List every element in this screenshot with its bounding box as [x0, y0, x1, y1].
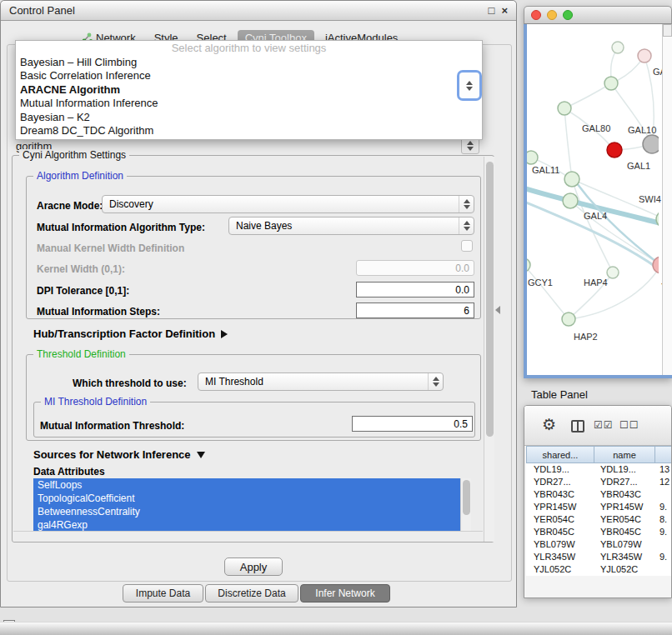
node-label[interactable]: GAL4 — [584, 211, 607, 221]
aracne-mode-select[interactable]: Discovery — [102, 195, 474, 213]
table-row[interactable]: YBR043C YBR043C — [526, 488, 672, 501]
which-threshold-select[interactable]: MI Threshold — [198, 372, 444, 391]
minimize-traffic-light-icon[interactable] — [547, 10, 557, 20]
node-label[interactable]: GAL80 — [582, 123, 610, 133]
stepper-icon — [459, 196, 474, 212]
tab-infer-network[interactable]: Infer Network — [300, 584, 390, 602]
deselect-all-checkboxes-icon[interactable]: ☐☐ — [619, 419, 639, 431]
manual-kernel-width-checkbox — [461, 240, 473, 252]
caret-down-icon — [197, 452, 205, 458]
window-title: Control Panel — [9, 4, 75, 17]
table-row[interactable]: YBL079W YBL079W — [526, 538, 672, 551]
node-label[interactable]: GAL11 — [532, 165, 559, 175]
table-row[interactable]: YER054C YER054C 8. — [526, 513, 672, 526]
node-label[interactable]: GAL1 — [627, 161, 650, 171]
dropdown-item[interactable]: Bayesian – K2 — [16, 111, 482, 125]
group-title: Cyni Algorithm Settings — [19, 149, 129, 161]
which-threshold-label: Which threshold to use: — [73, 378, 187, 389]
mi-steps-label: Mutual Information Steps: — [37, 306, 160, 318]
network-window-titlebar[interactable] — [524, 6, 672, 24]
cyni-algorithm-settings-group: Cyni Algorithm Settings Algorithm Defini… — [12, 155, 494, 542]
group-title: Threshold Definition — [33, 348, 129, 360]
column-header[interactable]: shared... — [526, 446, 594, 463]
network-vertical-scrollbar[interactable] — [662, 24, 672, 375]
list-item[interactable]: gal4RGexp — [33, 518, 460, 532]
settings-vertical-scrollbar[interactable] — [484, 157, 494, 542]
table-header-row: shared... name — [526, 446, 672, 463]
column-header[interactable] — [654, 446, 672, 463]
focused-combo-stepper[interactable] — [459, 72, 479, 98]
dropdown-item[interactable]: Dream8 DC_TDC Algorithm — [16, 124, 482, 138]
table-panel-title: Table Panel — [531, 388, 588, 401]
kernel-width-label: Kernel Width (0,1): — [37, 263, 125, 275]
close-window-icon[interactable]: × — [501, 4, 508, 17]
table-row[interactable]: YBR045C YBR045C 9. — [526, 526, 672, 538]
mi-steps-field[interactable] — [356, 302, 474, 318]
table-row[interactable]: YDL19... YDL19... 13 — [526, 463, 672, 476]
column-header[interactable]: name — [594, 446, 655, 463]
table-panel-window: ⚙ ☑☑ ☐☐ shared... name YDL19... YDL19...… — [524, 405, 672, 598]
manual-kernel-width-label: Manual Kernel Width Definition — [37, 242, 184, 254]
mi-threshold-label: Mutual Information Threshold: — [40, 420, 184, 432]
group-title: Algorithm Definition — [33, 170, 127, 182]
node-label[interactable]: GAL10 — [628, 125, 656, 135]
apply-button[interactable]: Apply — [224, 558, 283, 576]
data-attributes-list: SelfLoops TopologicalCoefficient Between… — [33, 478, 460, 533]
close-traffic-light-icon[interactable] — [531, 10, 541, 20]
table-row[interactable]: YPR145W YPR145W 9. — [526, 501, 672, 513]
group-title: MI Threshold Definition — [41, 396, 150, 408]
aracne-mode-label: Aracne Mode: — [37, 200, 103, 212]
node-label[interactable]: HAP2 — [574, 332, 598, 342]
caret-right-icon — [221, 330, 228, 338]
columns-icon[interactable] — [571, 420, 584, 432]
node-label[interactable]: HAP4 — [584, 278, 608, 288]
dropdown-item[interactable]: Basic Correlation Inference — [16, 69, 482, 83]
which-threshold-value: MI Threshold — [205, 376, 263, 388]
stepper-icon — [428, 373, 443, 390]
list-item[interactable]: SelfLoops — [33, 478, 460, 492]
sources-label: Sources for Network Inference — [33, 448, 191, 461]
gear-icon[interactable]: ⚙ — [542, 415, 556, 434]
network-canvas[interactable]: GAL8 GAL80 GAL10 GAL11 GAL1 SWI4 GAL4 GC… — [524, 24, 672, 378]
split-pane-collapse-icon[interactable] — [495, 306, 500, 314]
tab-discretize-data[interactable]: Discretize Data — [205, 584, 298, 602]
mi-algorithm-type-select[interactable]: Naive Bayes — [228, 217, 474, 235]
zoom-traffic-light-icon[interactable] — [563, 10, 573, 20]
sources-section[interactable]: Sources for Network Inference — [33, 448, 205, 461]
aracne-mode-value: Discovery — [109, 198, 153, 210]
stepper-icon — [459, 218, 474, 234]
dpi-tolerance-field[interactable] — [356, 282, 474, 298]
dropdown-placeholder: Select algorithm to view settings — [16, 42, 482, 56]
float-window-icon[interactable]: □ — [489, 4, 495, 17]
control-panel-titlebar[interactable]: Control Panel □ × — [1, 1, 516, 21]
list-item[interactable]: TopologicalCoefficient — [33, 492, 460, 505]
table-row[interactable]: YJL052C YJL052C — [526, 563, 672, 576]
network-view-window: GAL8 GAL80 GAL10 GAL11 GAL1 SWI4 GAL4 GC… — [524, 6, 672, 378]
table-toolbar: ⚙ ☑☑ ☐☐ — [524, 406, 671, 446]
mi-algorithm-type-value: Naive Bayes — [236, 220, 292, 232]
node-label[interactable]: SWI4 — [639, 194, 661, 204]
table-row[interactable]: YLR345W YLR345W 9. — [526, 551, 672, 563]
hub-definition-section[interactable]: Hub/Transcription Factor Definition — [33, 328, 228, 340]
settings-horizontal-scrollbar[interactable] — [13, 531, 483, 542]
select-all-checkboxes-icon[interactable]: ☑☑ — [594, 419, 614, 431]
hub-definition-label: Hub/Transcription Factor Definition — [33, 328, 215, 340]
node-label[interactable]: GCY1 — [528, 278, 553, 288]
kernel-width-field — [356, 260, 474, 276]
dropdown-item[interactable]: Bayesian – Hill Climbing — [16, 56, 482, 70]
dropdown-item[interactable]: Mutual Information Inference — [16, 97, 482, 111]
tab-impute-data[interactable]: Impute Data — [123, 584, 203, 602]
attributes-list-scrollbar[interactable] — [460, 478, 471, 533]
dpi-tolerance-label: DPI Tolerance [0,1]: — [37, 285, 129, 297]
dropdown-item-selected[interactable]: ARACNE Algorithm — [16, 83, 482, 98]
data-attributes-label: Data Attributes — [33, 466, 105, 478]
status-bar — [0, 622, 672, 635]
list-item[interactable]: BetweennessCentrality — [33, 505, 460, 518]
algorithm-dropdown-popup: Select algorithm to view settings Bayesi… — [15, 40, 483, 140]
table-body: YDL19... YDL19... 13 YDR27... YDR27... 1… — [526, 463, 672, 576]
mi-algorithm-type-label: Mutual Information Algorithm Type: — [37, 222, 205, 233]
table-row[interactable]: YDR27... YDR27... 12 — [526, 476, 672, 488]
mi-threshold-field[interactable] — [352, 416, 473, 432]
